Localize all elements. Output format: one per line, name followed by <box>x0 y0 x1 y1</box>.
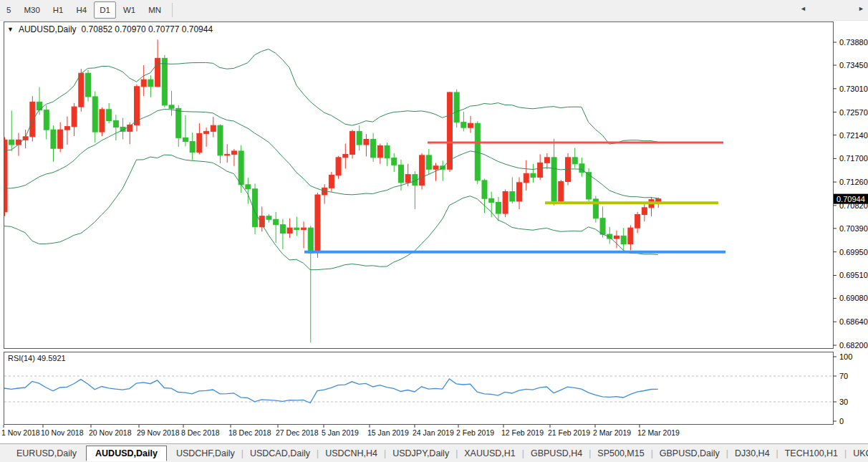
date-axis-label: 21 Feb 2019 <box>548 428 590 437</box>
chart-tab-usdchf-daily[interactable]: USDCHF,Daily <box>170 447 241 460</box>
price-axis-label: 0.68200 <box>839 341 868 350</box>
date-axis-label: 8 Dec 2018 <box>181 428 220 437</box>
price-axis-label: 0.70390 <box>839 224 868 233</box>
price-axis-label: 0.72140 <box>839 131 868 140</box>
chart-tab-usdcad-daily[interactable]: USDCAD,Daily <box>243 447 317 460</box>
tab-scroll-right-icon[interactable]: ► <box>858 5 864 12</box>
chart-tab-bar: EURUSD,DailyAUDUSD,DailyUSDCHF,Daily|USD… <box>0 443 868 462</box>
rsi-axis-label: 30 <box>839 398 848 406</box>
date-axis-label: 20 Nov 2018 <box>89 428 132 437</box>
date-axis-label: 10 Nov 2018 <box>41 428 84 437</box>
chart-tab-gbpusd-daily[interactable]: GBPUSD,Daily <box>653 447 726 460</box>
chart-tab-sp500-m15[interactable]: SP500,M15 <box>591 447 650 460</box>
price-axis-label: 0.71700 <box>839 154 868 163</box>
price-axis-label: 0.73880 <box>839 38 868 47</box>
main-chart-pane[interactable] <box>4 21 833 349</box>
date-axis-label: 27 Dec 2018 <box>276 428 319 437</box>
current-price-label: 0.70944 <box>836 195 865 203</box>
chart-tab-tech100-h1[interactable]: TECH100,H1 <box>778 447 844 460</box>
chart-tab-gbpusd-h4[interactable]: GBPUSD,H4 <box>524 447 589 460</box>
chart-tab-xauusd-h1[interactable]: XAUUSD,H1 <box>458 447 522 460</box>
date-axis-label: 24 Jan 2019 <box>413 428 454 437</box>
price-axis-label: 0.73010 <box>839 85 868 93</box>
date-axis-label: 18 Dec 2018 <box>228 428 271 437</box>
tab-scroll-left-icon[interactable]: ◄ <box>800 5 806 12</box>
date-axis-label: 29 Nov 2018 <box>137 428 180 437</box>
price-axis-label: 0.73450 <box>839 61 868 69</box>
chart-tab-usdjpy-daily[interactable]: USDJPY,Daily <box>386 447 455 460</box>
price-axis-label: 0.71260 <box>839 178 868 186</box>
rsi-axis-label: 100 <box>839 352 852 361</box>
date-axis-label: 12 Feb 2019 <box>501 428 544 437</box>
price-axis-label: 0.69080 <box>839 294 868 302</box>
chart-tab-eurusd-daily[interactable]: EURUSD,Daily <box>10 447 83 460</box>
date-axis-label: 2 Feb 2019 <box>456 428 494 437</box>
rsi-axis-label: 70 <box>839 372 848 380</box>
chart-window: 0.738800.734500.730100.725700.721400.717… <box>0 0 868 462</box>
date-axis-label: 12 Mar 2019 <box>637 428 680 437</box>
date-axis-label: 5 Jan 2019 <box>322 428 359 437</box>
chart-tab-ukc[interactable]: UKC <box>847 447 868 460</box>
price-axis-label: 0.72570 <box>839 108 868 117</box>
date-axis-label: 2 Mar 2019 <box>593 428 631 437</box>
chart-tab-dj30-h4[interactable]: DJ30,H4 <box>728 447 776 460</box>
date-axis-label: 1 Nov 2018 <box>1 428 40 437</box>
rsi-axis-label: 0 <box>839 417 844 425</box>
chart-tab-usdcnh-h4[interactable]: USDCNH,H4 <box>319 447 384 460</box>
price-axis-label: 0.69510 <box>839 271 868 279</box>
rsi-indicator-pane[interactable] <box>4 352 833 425</box>
price-axis-label: 0.69950 <box>839 248 868 256</box>
price-axis-label: 0.68640 <box>839 317 868 326</box>
date-axis-label: 15 Jan 2019 <box>367 428 409 437</box>
chart-tab-audusd-daily[interactable]: AUDUSD,Daily <box>86 446 167 461</box>
